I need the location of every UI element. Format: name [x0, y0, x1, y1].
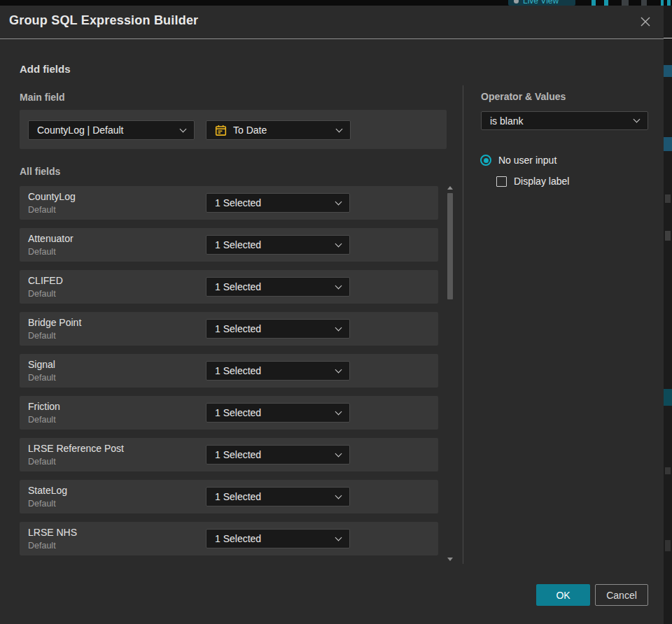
background-divider [664, 38, 672, 38]
background-panel-strip [664, 6, 672, 624]
field-subtitle: Default [28, 289, 56, 299]
selected-count: 1 Selected [215, 365, 261, 376]
field-row-signal: Signal Default 1 Selected [20, 354, 438, 388]
add-fields-heading: Add fields [20, 63, 71, 75]
selected-count: 1 Selected [215, 281, 261, 292]
field-selected-dropdown[interactable]: 1 Selected [206, 319, 350, 339]
selected-count: 1 Selected [215, 491, 261, 502]
chevron-down-icon [335, 534, 342, 541]
field-name: CLIFED [28, 275, 63, 286]
background-item-fragment [665, 231, 671, 241]
background-item-fragment [664, 389, 672, 406]
cancel-button[interactable]: Cancel [595, 584, 648, 606]
field-subtitle: Default [28, 373, 56, 383]
dialog-title: Group SQL Expression Builder [9, 13, 198, 28]
field-row-attenuator: Attenuator Default 1 Selected [20, 228, 438, 262]
chevron-down-icon [634, 116, 640, 123]
all-fields-label: All fields [20, 166, 60, 177]
selected-count: 1 Selected [215, 533, 261, 544]
chevron-down-icon [335, 408, 342, 415]
background-item-fragment [665, 467, 671, 474]
selected-count: 1 Selected [215, 239, 261, 250]
field-name: Signal [28, 359, 55, 370]
field-name: LRSE Reference Post [28, 443, 124, 454]
field-row-friction: Friction Default 1 Selected [20, 396, 438, 430]
field-row-lrse-reference-post: LRSE Reference Post Default 1 Selected [20, 438, 438, 471]
field-name: CountyLog [28, 191, 76, 202]
main-field-select-value: CountyLog | Default [37, 125, 124, 136]
chevron-down-icon [336, 125, 343, 132]
group-sql-expression-builder-dialog: Group SQL Expression Builder Add fields … [0, 6, 664, 624]
dialog-header: Group SQL Expression Builder [0, 6, 664, 39]
live-view-label: Live View [523, 0, 559, 6]
ok-button[interactable]: OK [536, 584, 590, 606]
main-field-type-select[interactable]: To Date [206, 120, 351, 140]
field-subtitle: Default [28, 331, 56, 341]
toolbar-icon-fragment [592, 0, 596, 6]
operator-select-value: is blank [490, 115, 523, 127]
checkbox-unchecked-icon [496, 176, 507, 187]
field-selected-dropdown[interactable]: 1 Selected [206, 361, 350, 381]
chevron-down-icon [335, 366, 342, 373]
scrollbar-thumb[interactable] [447, 193, 453, 299]
field-subtitle: Default [28, 541, 56, 551]
field-name: StateLog [28, 485, 67, 496]
background-item-fragment [664, 65, 672, 77]
field-row-countylog: CountyLog Default 1 Selected [20, 186, 438, 220]
field-name: LRSE NHS [28, 527, 77, 538]
radio-selected-icon [480, 155, 491, 166]
screen: Live View Group SQL Expression Builder [0, 0, 672, 624]
field-subtitle: Default [28, 205, 56, 215]
field-selected-dropdown[interactable]: 1 Selected [206, 235, 350, 255]
background-item-fragment [665, 194, 671, 203]
field-subtitle: Default [28, 247, 56, 257]
status-dot-icon [514, 0, 519, 3]
chevron-down-icon [335, 492, 342, 499]
selected-count: 1 Selected [215, 407, 261, 418]
field-selected-dropdown[interactable]: 1 Selected [206, 487, 350, 506]
background-item-fragment [665, 540, 671, 551]
field-row-statelog: StateLog Default 1 Selected [20, 480, 438, 513]
chevron-down-icon [335, 324, 342, 331]
display-label-checkbox[interactable]: Display label [496, 176, 569, 187]
field-name: Attenuator [28, 233, 74, 244]
field-row-clifed: CLIFED Default 1 Selected [20, 270, 438, 304]
field-row-lrse-nhs: LRSE NHS Default 1 Selected [20, 522, 438, 555]
chevron-down-icon [335, 450, 342, 457]
selected-count: 1 Selected [215, 323, 261, 334]
chevron-down-icon [180, 125, 187, 132]
field-subtitle: Default [28, 415, 56, 425]
field-name: Friction [28, 401, 60, 412]
toolbar-icon-fragment [622, 0, 629, 6]
chevron-down-icon [335, 198, 342, 205]
main-field-label: Main field [20, 92, 65, 103]
toolbar-icon-fragment [604, 0, 608, 6]
scrollbar-up-arrow-icon[interactable] [447, 186, 453, 190]
field-selected-dropdown[interactable]: 1 Selected [206, 529, 350, 548]
field-row-bridge-point: Bridge Point Default 1 Selected [20, 312, 438, 346]
toolbar-icon-fragment [641, 0, 647, 6]
field-selected-dropdown[interactable]: 1 Selected [206, 277, 350, 297]
selected-count: 1 Selected [215, 197, 261, 208]
chevron-down-icon [335, 282, 342, 289]
background-toolbar-strip: Live View [0, 0, 672, 6]
field-selected-dropdown[interactable]: 1 Selected [206, 193, 350, 213]
toolbar-icon-fragment [661, 0, 664, 6]
background-item-fragment [664, 137, 672, 151]
checkbox-label: Display label [514, 176, 569, 187]
field-selected-dropdown[interactable]: 1 Selected [206, 445, 350, 465]
radio-label: No user input [498, 155, 556, 166]
live-view-button[interactable]: Live View [508, 0, 575, 6]
chevron-down-icon [335, 240, 342, 247]
panel-divider [463, 85, 463, 564]
main-field-type-value: To Date [233, 125, 267, 136]
main-field-select[interactable]: CountyLog | Default [28, 120, 195, 140]
close-icon [640, 16, 651, 27]
operator-values-label: Operator & Values [481, 91, 566, 102]
no-user-input-radio[interactable]: No user input [480, 155, 556, 166]
close-button[interactable] [636, 12, 655, 31]
field-selected-dropdown[interactable]: 1 Selected [206, 403, 350, 423]
operator-select[interactable]: is blank [481, 111, 648, 130]
scrollbar-down-arrow-icon[interactable] [447, 558, 453, 561]
main-field-container: CountyLog | Default To Date [20, 110, 447, 149]
